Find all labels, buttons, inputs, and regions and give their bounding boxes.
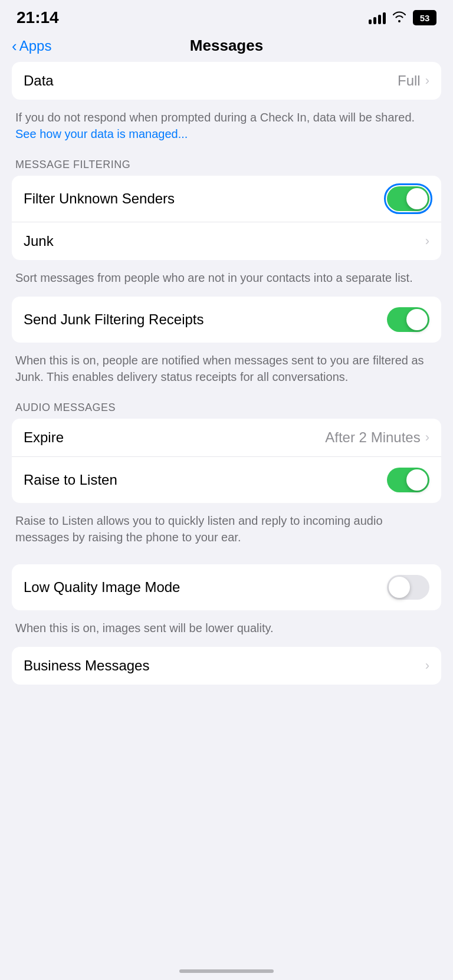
back-button[interactable]: ‹ Apps [12,38,51,54]
expire-row[interactable]: Expire After 2 Minutes › [12,419,441,456]
audio-messages-header: AUDIO MESSAGES [12,402,441,419]
low-quality-toggle[interactable] [387,575,429,600]
page-title: Messages [190,37,263,55]
filter-unknown-senders-toggle[interactable] [387,186,429,211]
toggle-thumb [406,188,428,209]
expire-value: After 2 Minutes › [325,429,429,446]
business-messages-value: › [425,658,429,673]
checkin-link[interactable]: See how your data is managed... [15,127,188,140]
expire-label: Expire [24,429,64,446]
raise-to-listen-label: Raise to Listen [24,472,117,488]
message-filtering-header: MESSAGE FILTERING [12,159,441,176]
raise-to-listen-toggle[interactable] [387,468,429,492]
wifi-icon [392,11,407,25]
audio-messages-card: Expire After 2 Minutes › Raise to Listen [12,419,441,503]
low-quality-row[interactable]: Low Quality Image Mode [12,564,441,610]
data-value: Full › [398,73,429,89]
data-chevron-icon: › [425,73,429,88]
toggle-thumb-junk [406,309,428,330]
message-filtering-card: Filter Unknown Senders Junk › [12,176,441,260]
audio-messages-footer: Raise to Listen allows you to quickly li… [12,509,441,556]
business-messages-label: Business Messages [24,657,149,674]
status-icons: 53 [369,10,436,25]
content-area: Data Full › If you do not respond when p… [0,62,453,738]
send-junk-label: Send Junk Filtering Receipts [24,311,203,328]
status-time: 21:14 [17,8,59,27]
signal-bars-icon [369,11,386,24]
filter-unknown-senders-row[interactable]: Filter Unknown Senders [12,176,441,222]
filter-unknown-senders-label: Filter Unknown Senders [24,190,175,207]
checkin-info: If you do not respond when prompted duri… [12,106,441,153]
junk-label: Junk [24,233,54,249]
home-indicator [179,969,274,973]
back-chevron-icon: ‹ [12,38,17,54]
low-quality-footer: When this is on, images sent will be low… [12,616,441,647]
data-card: Data Full › [12,62,441,100]
business-messages-card: Business Messages › [12,647,441,685]
status-bar: 21:14 53 [0,0,453,32]
toggle-thumb-raise [406,469,428,491]
data-card-row[interactable]: Data Full › [12,62,441,100]
send-junk-toggle[interactable] [387,307,429,332]
send-junk-row[interactable]: Send Junk Filtering Receipts [12,297,441,343]
message-filtering-footer: Sort messages from people who are not in… [12,266,441,297]
junk-chevron-icon: › [425,234,429,249]
business-messages-chevron-icon: › [425,658,429,673]
low-quality-label: Low Quality Image Mode [24,579,180,596]
junk-value: › [425,234,429,249]
data-label: Data [24,73,54,89]
back-label: Apps [19,38,52,54]
toggle-thumb-lowquality [389,577,410,598]
business-messages-row[interactable]: Business Messages › [12,647,441,685]
nav-bar: ‹ Apps Messages [0,32,453,62]
expire-chevron-icon: › [425,430,429,445]
raise-to-listen-row[interactable]: Raise to Listen [12,456,441,503]
low-quality-card: Low Quality Image Mode [12,564,441,610]
spacer-1 [12,556,441,564]
junk-row[interactable]: Junk › [12,222,441,260]
send-junk-card: Send Junk Filtering Receipts [12,297,441,343]
battery-icon: 53 [413,10,436,25]
send-junk-footer: When this is on, people are notified whe… [12,348,441,396]
